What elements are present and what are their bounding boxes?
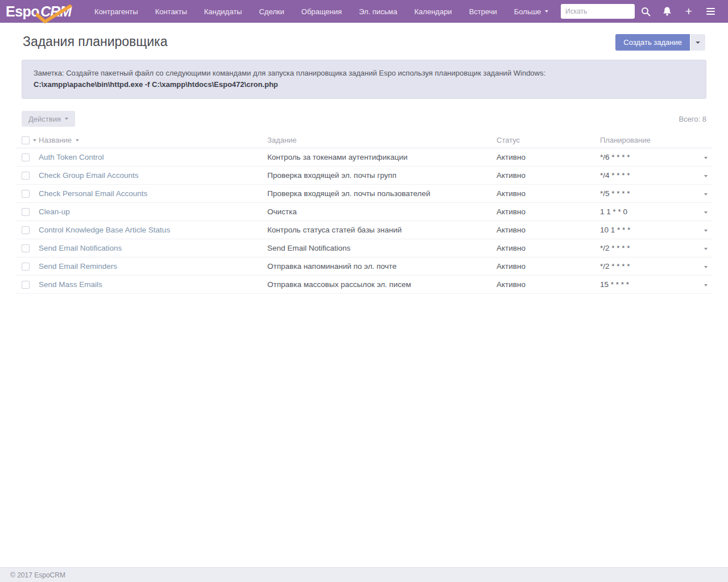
row-checkbox[interactable] [22, 244, 30, 252]
chevron-down-icon [704, 284, 708, 286]
row-actions-dropdown[interactable] [696, 262, 712, 271]
search-input[interactable] [561, 4, 635, 19]
create-job-dropdown-toggle[interactable] [690, 34, 705, 51]
job-scheduling: */6 * * * * [600, 153, 696, 161]
job-scheduling: 10 1 * * * [600, 226, 696, 234]
job-name-link[interactable]: Control Knowledge Base Article Status [39, 226, 170, 234]
column-header-status[interactable]: Статус [497, 136, 520, 144]
chevron-down-icon [704, 248, 708, 250]
table-row: Send Email Notifications Send Email Noti… [16, 239, 712, 257]
job-status: Активно [497, 280, 600, 289]
chevron-down-icon [704, 266, 708, 268]
row-actions-dropdown[interactable] [696, 189, 712, 198]
note-command-path: C:\xampp\apache\bin\httpd.exe -f C:\xamp… [34, 79, 694, 90]
table-row: Auth Token Control Контроль за токенами … [16, 148, 712, 167]
job-label: Send Email Notifications [267, 244, 497, 252]
job-name-link[interactable]: Send Email Reminders [39, 262, 117, 271]
main-nav: Контрагенты Контакты Кандидаты Сделки Об… [86, 0, 557, 23]
page-title: Задания планировщика [23, 34, 167, 49]
job-name-link[interactable]: Send Email Notifications [39, 244, 122, 252]
job-status: Активно [497, 207, 600, 216]
job-scheduling: 15 * * * * [600, 280, 696, 289]
column-header-scheduling[interactable]: Планирование [600, 136, 651, 144]
chevron-down-icon [696, 41, 700, 44]
menu-button[interactable] [700, 0, 721, 23]
nav-tab-deals[interactable]: Сделки [250, 0, 292, 23]
scheduler-note: Заметка: Создайте пакетный файл со следу… [22, 60, 706, 99]
job-name-link[interactable]: Send Mass Emails [39, 280, 102, 289]
note-text: Заметка: Создайте пакетный файл со следу… [34, 68, 694, 79]
job-status: Активно [497, 171, 600, 180]
chevron-down-icon [545, 10, 548, 13]
row-actions-dropdown[interactable] [696, 280, 712, 289]
table-row: Control Knowledge Base Article Status Ко… [16, 221, 712, 239]
chevron-down-icon [704, 230, 708, 232]
select-dropdown-icon[interactable] [33, 139, 36, 142]
row-checkbox[interactable] [22, 172, 30, 180]
nav-tab-contacts[interactable]: Контакты [147, 0, 196, 23]
row-actions-dropdown[interactable] [696, 226, 712, 234]
nav-tab-more-label: Больше [514, 7, 541, 16]
nav-tab-meetings[interactable]: Встречи [461, 0, 506, 23]
main-content: Задания планировщика Создать задание Зам… [0, 23, 728, 567]
page-header: Задания планировщика Создать задание [16, 31, 712, 51]
job-name-link[interactable]: Auth Token Control [39, 153, 104, 161]
row-actions-dropdown[interactable] [696, 153, 712, 161]
nav-tab-accounts[interactable]: Контрагенты [86, 0, 147, 23]
chevron-down-icon [704, 211, 708, 214]
espocrm-logo[interactable]: Espo CRM [6, 3, 71, 20]
row-actions-dropdown[interactable] [696, 171, 712, 180]
chevron-down-icon [704, 175, 708, 177]
table-row: Clean-up Очистка Активно 1 1 * * 0 [16, 203, 712, 221]
table-row: Send Mass Emails Отправка массовых рассы… [16, 276, 712, 294]
job-label: Очистка [267, 207, 497, 216]
quick-create-button[interactable]: + [678, 0, 700, 23]
actions-label: Действия [28, 115, 61, 123]
job-scheduling: 1 1 * * 0 [600, 207, 696, 216]
column-header-job[interactable]: Задание [267, 136, 297, 144]
search-button[interactable] [635, 0, 656, 23]
job-scheduling: */2 * * * * [600, 262, 696, 271]
select-all-checkbox[interactable] [22, 136, 30, 144]
job-scheduling: */2 * * * * [600, 244, 696, 252]
job-label: Отправка массовых рассылок эл. писем [267, 280, 497, 289]
row-actions-dropdown[interactable] [696, 244, 712, 252]
job-label: Контроль статуса статей базы знаний [267, 226, 497, 234]
job-scheduling: */5 * * * * [600, 189, 696, 198]
logo-text-crm: CRM [40, 3, 71, 19]
table-header-row: Название Задание Статус Планирование [16, 132, 712, 148]
actions-dropdown-button[interactable]: Действия [22, 111, 75, 127]
top-navbar: Espo CRM Контрагенты Контакты Кандидаты … [0, 0, 728, 23]
job-label: Контроль за токенами аутентификации [267, 153, 497, 161]
row-checkbox[interactable] [22, 208, 30, 216]
scheduled-jobs-table: Название Задание Статус Планирование Aut… [16, 132, 712, 294]
job-label: Проверка входящей эл. почты групп [267, 171, 497, 180]
job-name-link[interactable]: Check Group Email Accounts [39, 171, 139, 180]
list-toolbar: Действия Всего: 8 [22, 111, 706, 127]
nav-tab-more[interactable]: Больше [506, 0, 557, 23]
notifications-button[interactable] [656, 0, 678, 23]
job-name-link[interactable]: Check Personal Email Accounts [39, 189, 147, 198]
plus-icon: + [685, 5, 692, 17]
nav-tab-leads[interactable]: Кандидаты [196, 0, 251, 23]
row-actions-dropdown[interactable] [696, 207, 712, 216]
table-row: Check Group Email Accounts Проверка вход… [16, 167, 712, 185]
row-checkbox[interactable] [22, 226, 30, 234]
row-checkbox[interactable] [22, 190, 30, 198]
job-name-link[interactable]: Clean-up [39, 207, 70, 216]
job-status: Активно [497, 262, 600, 271]
search-icon [641, 7, 651, 16]
job-status: Активно [497, 189, 600, 198]
row-checkbox[interactable] [22, 281, 30, 289]
chevron-down-icon [704, 193, 708, 196]
column-header-name[interactable]: Название [39, 136, 72, 144]
nav-tab-cases[interactable]: Обращения [293, 0, 350, 23]
nav-tab-calendars[interactable]: Календари [406, 0, 461, 23]
job-label: Проверка входящей эл. почты пользователе… [267, 189, 497, 198]
nav-tab-emails[interactable]: Эл. письма [350, 0, 406, 23]
chevron-down-icon [704, 157, 708, 159]
table-row: Check Personal Email Accounts Проверка в… [16, 185, 712, 203]
create-job-button[interactable]: Создать задание [615, 34, 690, 51]
row-checkbox[interactable] [22, 153, 30, 161]
row-checkbox[interactable] [22, 263, 30, 271]
